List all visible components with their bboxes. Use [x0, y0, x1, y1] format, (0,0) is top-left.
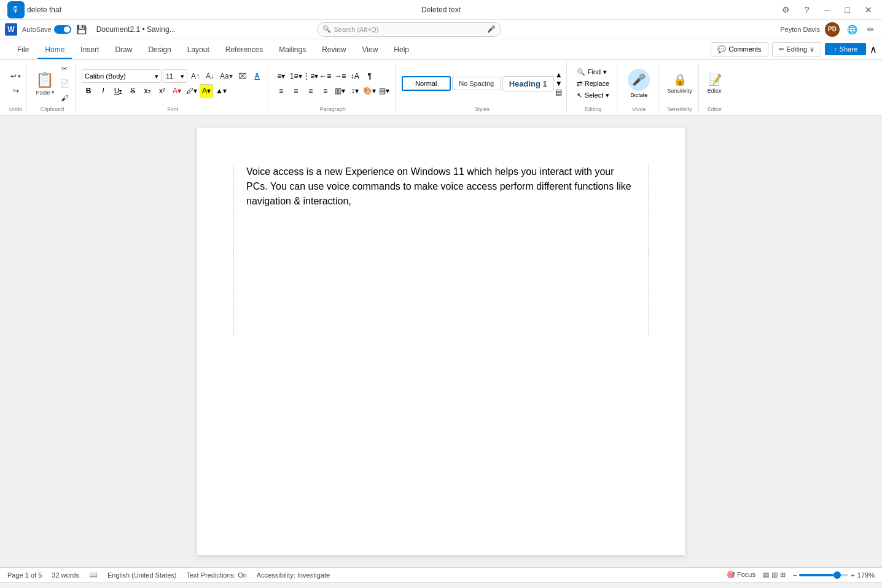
zoom-slider[interactable]	[799, 574, 848, 576]
autosave-toggle[interactable]	[54, 25, 71, 34]
search-taskbar-button[interactable]: 🔍	[307, 586, 329, 589]
calendar-icon[interactable]: 📅	[405, 586, 427, 589]
paragraph-group-label[interactable]: Paragraph	[275, 106, 391, 112]
replace-button[interactable]: ⇄ Replace	[573, 79, 614, 89]
teams-icon[interactable]: 👥	[430, 586, 452, 589]
task-view-button[interactable]: ❑	[332, 586, 354, 589]
bold-button[interactable]: B	[82, 84, 95, 98]
clipboard-group-label[interactable]: Clipboard	[33, 106, 71, 112]
align-justify-button[interactable]: ≡	[319, 84, 332, 98]
font-group-label[interactable]: Font	[82, 106, 264, 112]
redo-button[interactable]: ↪	[9, 84, 23, 98]
styles-arrows[interactable]: ▲ ▼ ▤	[555, 71, 563, 96]
styles-group-label[interactable]: Styles	[402, 106, 563, 112]
font-color-button[interactable]: A▾	[170, 84, 184, 98]
zoom-in-button[interactable]: +	[851, 571, 854, 579]
voice-access-taskbar-icon[interactable]: 🎙	[504, 586, 526, 589]
word-taskbar-icon[interactable]: W	[455, 586, 477, 589]
view-web-icon[interactable]: ▥	[771, 571, 778, 579]
italic-button[interactable]: I	[96, 84, 110, 98]
text-shading-button[interactable]: A▾	[200, 84, 213, 98]
tab-draw[interactable]: Draw	[107, 42, 139, 59]
tab-home[interactable]: Home	[37, 42, 72, 59]
proofing-icon[interactable]: 📖	[89, 571, 98, 579]
accessibility-indicator[interactable]: Accessibility: Investigate	[257, 571, 330, 579]
numbered-list-button[interactable]: 1≡▾	[289, 69, 303, 83]
line-spacing-button[interactable]: ↕▾	[348, 84, 362, 98]
underline-dropdown[interactable]: ▾	[119, 88, 122, 94]
style-normal[interactable]: Normal	[402, 76, 451, 91]
select-dropdown-icon[interactable]: ▾	[606, 91, 609, 99]
superscript-button[interactable]: x²	[155, 84, 169, 98]
font-dropdown-icon[interactable]: ▾	[155, 72, 158, 80]
tab-layout[interactable]: Layout	[180, 42, 217, 59]
shading-button[interactable]: 🎨▾	[363, 84, 377, 98]
maximize-button[interactable]: □	[840, 2, 855, 17]
bullet-list-button[interactable]: ≡▾	[275, 69, 288, 83]
align-center-button[interactable]: ≡	[289, 84, 303, 98]
cut-button[interactable]: ✂	[58, 62, 71, 75]
change-case-button[interactable]: Aa▾	[218, 69, 235, 83]
paste-dropdown-icon[interactable]: ▾	[52, 90, 54, 95]
file-explorer-icon[interactable]: 📁	[381, 586, 403, 589]
comments-button[interactable]: 💬 Comments	[711, 42, 768, 56]
cortana-icon[interactable]: 🎯	[479, 586, 501, 589]
style-no-spacing[interactable]: No Spacing	[452, 77, 501, 90]
document-paragraph[interactable]: Voice access is a new Experience on Wind…	[246, 164, 636, 209]
edge-browser-icon[interactable]: 🌐	[356, 586, 378, 589]
document-content[interactable]: Voice access is a new Experience on Wind…	[246, 164, 636, 209]
search-bar[interactable]: 🔍 Search (Alt+Q) 🎤	[317, 22, 501, 37]
strikethrough-button[interactable]: S	[126, 84, 139, 98]
share-button[interactable]: ↑ Share	[825, 43, 866, 55]
subscript-button[interactable]: x₂	[141, 84, 154, 98]
voice-access-icon[interactable]: 🎙	[7, 1, 25, 18]
select-button[interactable]: ↖ Select ▾	[573, 90, 614, 101]
tab-review[interactable]: Review	[314, 42, 353, 59]
document-page[interactable]: Voice access is a new Experience on Wind…	[197, 128, 685, 555]
view-print-icon[interactable]: ▤	[763, 571, 769, 579]
multilevel-list-button[interactable]: ⋮≡▾	[304, 69, 318, 83]
text-effects-button[interactable]: A	[251, 69, 264, 83]
borders-button[interactable]: ▤▾	[378, 84, 391, 98]
sensitivity-button[interactable]: 🔒 Sensitivity	[665, 69, 695, 98]
tab-design[interactable]: Design	[141, 42, 178, 59]
view-read-icon[interactable]: ⊞	[780, 571, 786, 579]
tab-view[interactable]: View	[355, 42, 386, 59]
font-size-dropdown-icon[interactable]: ▾	[181, 72, 184, 80]
dictate-button[interactable]: 🎤 Dictate	[623, 69, 654, 98]
tab-help[interactable]: Help	[386, 42, 416, 59]
tab-mailings[interactable]: Mailings	[271, 42, 313, 59]
zoom-out-button[interactable]: −	[793, 571, 797, 579]
show-marks-button[interactable]: ¶	[363, 69, 377, 83]
tab-insert[interactable]: Insert	[73, 42, 106, 59]
avatar[interactable]: PD	[825, 22, 840, 37]
text-predictions[interactable]: Text Predictions: On	[186, 571, 246, 579]
format-painter-button[interactable]: 🖌	[58, 91, 71, 105]
clear-format-button[interactable]: ⌧	[236, 69, 249, 83]
pen-icon[interactable]: ✏	[865, 23, 877, 36]
paste-button[interactable]: 📋 Paste ▾	[33, 69, 57, 98]
document-name[interactable]: Document2.1 • Saving...	[96, 25, 176, 34]
zoom-thumb[interactable]	[833, 571, 841, 579]
sort-button[interactable]: ↕A	[348, 69, 362, 83]
decrease-font-button[interactable]: A↓	[203, 69, 217, 83]
minimize-button[interactable]: ─	[819, 2, 835, 17]
find-button[interactable]: 🔍 Find ▾	[573, 67, 614, 77]
globe-icon[interactable]: 🌐	[845, 23, 860, 36]
font-size-selector[interactable]: 11 ▾	[163, 69, 187, 83]
styles-down-icon[interactable]: ▼	[555, 79, 563, 88]
increase-indent-button[interactable]: →≡	[334, 69, 347, 83]
close-button[interactable]: ✕	[860, 2, 877, 17]
increase-font-button[interactable]: A↑	[189, 69, 202, 83]
copy-button[interactable]: 📄	[58, 77, 71, 90]
microphone-icon[interactable]: 🎤	[487, 25, 496, 33]
tab-references[interactable]: References	[218, 42, 270, 59]
ribbon-collapse-icon[interactable]: ∧	[870, 44, 877, 55]
help-icon[interactable]: ?	[800, 2, 814, 17]
undo-button[interactable]: ↩ ▾	[9, 69, 23, 83]
highlight-button[interactable]: 🖊▾	[185, 84, 198, 98]
settings-icon[interactable]: ⚙	[777, 2, 795, 17]
editing-mode-button[interactable]: ✏ Editing ∨	[772, 42, 822, 56]
find-dropdown-icon[interactable]: ▾	[603, 68, 607, 76]
style-heading1[interactable]: Heading 1	[502, 76, 554, 91]
